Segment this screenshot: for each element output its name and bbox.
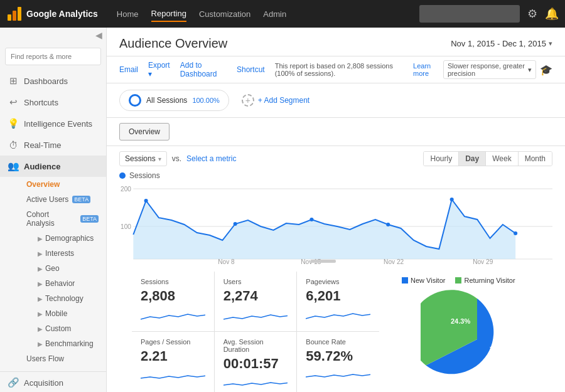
demographics-label: Demographics: [45, 234, 94, 243]
content-area: Audience Overview Nov 1, 2015 - Dec 1, 2…: [107, 28, 565, 392]
metric-cell-pages-session: Pages / Session 2.21: [132, 332, 214, 392]
sidebar-sub-behavior[interactable]: ▶ Behavior: [19, 276, 106, 291]
sidebar-item-intelligence[interactable]: 💡 Intelligence Events: [0, 113, 106, 134]
sidebar-sub-technology[interactable]: ▶ Technology: [19, 291, 106, 306]
svg-text:Nov 29: Nov 29: [473, 258, 493, 265]
sidebar-item-audience[interactable]: 👥 Audience: [0, 156, 106, 177]
line-chart: 200 100: [119, 184, 552, 265]
top-nav-links: Home Reporting Customization Admin: [117, 6, 419, 22]
svg-text:100: 100: [121, 223, 131, 230]
svg-point-11: [309, 218, 313, 221]
returning-visitor-legend: Returning Visitor: [455, 277, 515, 284]
svg-text:75.7%: 75.7%: [490, 346, 509, 353]
shortcut-button[interactable]: Shortcut: [237, 65, 265, 74]
metric-label-pages-session: Pages / Session: [141, 338, 205, 346]
toolbar: Email Export ▾ Add to Dashboard Shortcut…: [107, 56, 565, 83]
metrics-grid: Sessions 2,808 Users 2,274: [132, 272, 379, 392]
mortarboard-icon[interactable]: 🎓: [540, 64, 552, 76]
sidebar-item-dashboards[interactable]: ⊞ Dashboards: [0, 70, 106, 92]
metric-select-label: Sessions: [125, 154, 156, 163]
account-selector[interactable]: [419, 5, 520, 23]
export-button[interactable]: Export ▾: [148, 61, 170, 78]
response-selector[interactable]: Slower response, greater precision ▾: [443, 60, 536, 79]
sparkline-bounce-rate: [306, 368, 370, 386]
page-title: Audience Overview: [119, 36, 227, 51]
nav-admin[interactable]: Admin: [263, 7, 286, 21]
svg-text:Nov 22: Nov 22: [384, 258, 404, 265]
sidebar-sub-active-users[interactable]: Active Users BETA: [19, 192, 106, 207]
sidebar-sub-cohort[interactable]: Cohort Analysis BETA: [19, 207, 106, 231]
learn-more-link[interactable]: Learn more: [413, 62, 439, 77]
cohort-badge: BETA: [80, 215, 99, 223]
tab-overview[interactable]: Overview: [119, 123, 170, 140]
sidebar-label-shortcuts: Shortcuts: [24, 98, 58, 107]
all-sessions-segment[interactable]: All Sessions 100.00%: [119, 90, 229, 111]
sparkline-pageviews: [306, 308, 370, 326]
time-btn-day[interactable]: Day: [459, 152, 486, 166]
pie-legend: New Visitor Returning Visitor: [402, 277, 515, 284]
chart-controls: Sessions ▾ vs. Select a metric Hourly Da…: [107, 146, 565, 171]
sidebar-sub-users-flow[interactable]: Users Flow: [19, 351, 106, 366]
search-input[interactable]: [5, 48, 101, 65]
sidebar-sub-interests[interactable]: ▶ Interests: [19, 246, 106, 261]
metric-cell-bounce-rate: Bounce Rate 59.72%: [297, 332, 379, 392]
sidebar-sub-benchmarking[interactable]: ▶ Benchmarking: [19, 336, 106, 351]
svg-text:Nov 8: Nov 8: [218, 258, 235, 265]
sidebar-sub-mobile[interactable]: ▶ Mobile: [19, 306, 106, 321]
select-metric-link[interactable]: Select a metric: [186, 154, 236, 163]
metric-value-sessions: 2,808: [141, 288, 205, 304]
add-segment-label: + Add Segment: [258, 96, 309, 105]
svg-point-9: [144, 199, 148, 203]
metric-value-pages-session: 2.21: [141, 348, 205, 364]
demographics-arrow: ▶: [38, 235, 43, 242]
sparkline-pages-session: [141, 368, 205, 386]
metric-value-bounce-rate: 59.72%: [306, 348, 370, 364]
sidebar-sub-custom[interactable]: ▶ Custom: [19, 321, 106, 336]
interests-label: Interests: [45, 249, 74, 258]
toolbar-info: This report is based on 2,808 sessions (…: [275, 60, 552, 79]
sidebar-item-realtime[interactable]: ⏱ Real-Time: [0, 134, 106, 156]
sidebar-label-intelligence: Intelligence Events: [24, 119, 92, 129]
email-button[interactable]: Email: [119, 65, 138, 74]
sidebar: ◀ ⊞ Dashboards ↩ Shortcuts 💡 Intelligenc…: [0, 28, 107, 392]
segment-circle: [129, 94, 141, 107]
sidebar-item-acquisition[interactable]: 🔗 Acquisition: [0, 372, 106, 392]
pie-chart-area: New Visitor Returning Visitor 75.7% 24: [402, 272, 552, 392]
date-range[interactable]: Nov 1, 2015 - Dec 1, 2015 ▾: [451, 39, 552, 48]
sidebar-sub-geo[interactable]: ▶ Geo: [19, 261, 106, 276]
acquisition-label: Acquisition: [24, 378, 63, 388]
sidebar-sub-demographics[interactable]: ▶ Demographics: [19, 231, 106, 246]
main-layout: ◀ ⊞ Dashboards ↩ Shortcuts 💡 Intelligenc…: [0, 28, 565, 392]
behavior-arrow: ▶: [38, 280, 43, 287]
shortcuts-icon: ↩: [8, 97, 19, 108]
new-visitor-color-swatch: [402, 277, 408, 283]
time-btn-hourly[interactable]: Hourly: [424, 152, 459, 166]
sidebar-collapse-handle[interactable]: ◀: [0, 28, 106, 43]
metric-label-users: Users: [223, 278, 288, 285]
svg-point-14: [514, 231, 517, 235]
returning-visitor-label: Returning Visitor: [464, 277, 515, 284]
metric-value-pageviews: 6,201: [306, 288, 370, 304]
gear-icon[interactable]: ⚙: [527, 7, 537, 21]
nav-home[interactable]: Home: [117, 7, 139, 21]
top-nav: Google Analytics Home Reporting Customiz…: [0, 0, 565, 28]
metric-cell-avg-session: Avg. Session Duration 00:01:57: [215, 332, 297, 392]
svg-text:200: 200: [121, 186, 131, 193]
logo-icon: [6, 6, 23, 22]
add-to-dashboard-button[interactable]: Add to Dashboard: [180, 61, 227, 78]
sidebar-sub-overview[interactable]: Overview: [19, 177, 106, 192]
date-range-arrow[interactable]: ▾: [549, 40, 552, 48]
svg-point-10: [234, 222, 237, 226]
metric-selector[interactable]: Sessions ▾: [119, 151, 167, 166]
benchmarking-label: Benchmarking: [45, 339, 94, 348]
time-btn-month[interactable]: Month: [519, 152, 552, 166]
bell-icon[interactable]: 🔔: [545, 7, 559, 21]
svg-rect-0: [8, 14, 11, 21]
nav-reporting[interactable]: Reporting: [151, 6, 186, 22]
top-nav-right: ⚙ 🔔: [419, 5, 559, 23]
time-btn-week[interactable]: Week: [486, 152, 518, 166]
add-segment-button[interactable]: + + Add Segment: [242, 94, 309, 107]
sidebar-label-dashboards: Dashboards: [24, 77, 68, 86]
sidebar-item-shortcuts[interactable]: ↩ Shortcuts: [0, 92, 106, 113]
nav-customization[interactable]: Customization: [199, 7, 250, 21]
